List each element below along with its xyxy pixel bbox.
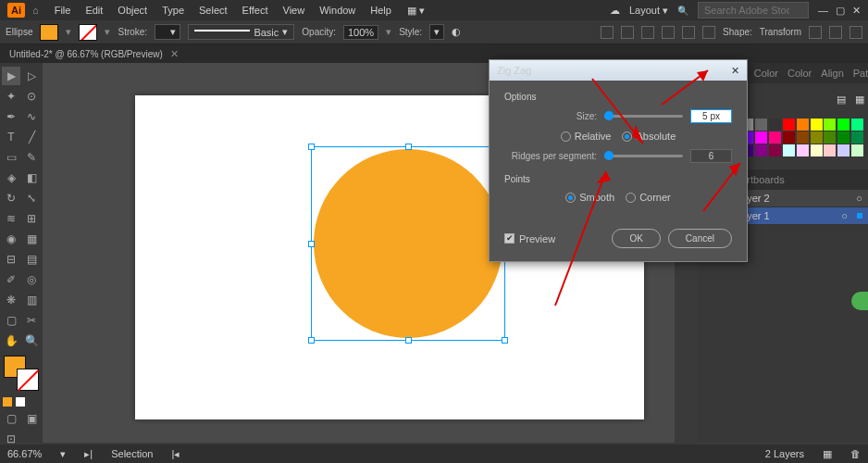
resize-handle[interactable]: [405, 144, 412, 150]
radio-absolute[interactable]: Absolute: [622, 131, 676, 142]
swatch-color[interactable]: [783, 119, 795, 131]
nav-next-icon[interactable]: |◂: [171, 448, 180, 460]
size-input[interactable]: [690, 109, 732, 123]
gradient-tool[interactable]: ▤: [22, 250, 41, 269]
direct-selection-tool[interactable]: ▷: [22, 67, 41, 85]
rectangle-tool[interactable]: ▭: [2, 148, 20, 167]
isolate-icon[interactable]: [809, 26, 822, 39]
swatch-color[interactable]: [811, 144, 823, 156]
resize-handle[interactable]: [308, 144, 315, 150]
cloud-icon[interactable]: ☁: [610, 5, 620, 17]
home-icon[interactable]: ⌂: [32, 5, 39, 16]
swatch-color[interactable]: [824, 131, 836, 144]
size-slider[interactable]: [604, 115, 683, 118]
perspective-tool[interactable]: ▦: [22, 230, 41, 248]
swatch-color[interactable]: [783, 131, 795, 144]
group-icon[interactable]: [829, 26, 842, 39]
swatch-color[interactable]: [797, 119, 809, 131]
swatch-color[interactable]: [851, 131, 863, 144]
magic-wand-tool[interactable]: ✦: [2, 87, 20, 106]
tab-align[interactable]: Align: [821, 68, 843, 79]
curvature-tool[interactable]: ∿: [22, 107, 41, 126]
resize-handle[interactable]: [502, 337, 508, 344]
menu-type[interactable]: Type: [155, 2, 191, 19]
swatch-color[interactable]: [769, 119, 781, 131]
feedback-badge-icon[interactable]: [851, 292, 868, 310]
swatch-color[interactable]: [769, 144, 781, 156]
maximize-icon[interactable]: ▢: [836, 5, 845, 17]
scale-tool[interactable]: ⤡: [22, 189, 41, 207]
layer-target-icon[interactable]: ○: [856, 193, 862, 204]
close-icon[interactable]: ✕: [852, 5, 861, 17]
menu-file[interactable]: File: [48, 2, 78, 19]
opacity-input[interactable]: 100%: [343, 25, 378, 40]
menu-object[interactable]: Object: [111, 2, 154, 19]
panel-view-list-icon[interactable]: ▤: [837, 94, 846, 106]
line-tool[interactable]: ╱: [22, 128, 41, 146]
eraser-tool[interactable]: ◧: [22, 169, 41, 187]
type-tool[interactable]: T: [2, 128, 20, 146]
swatch-color[interactable]: [797, 144, 809, 156]
workspace-switcher-icon[interactable]: ▦ ▾: [407, 5, 425, 17]
hand-tool[interactable]: ✋: [2, 332, 20, 350]
minimize-icon[interactable]: —: [818, 5, 828, 17]
fill-stroke-indicator[interactable]: [4, 356, 39, 391]
swatch-color[interactable]: [769, 131, 781, 144]
recolor-icon[interactable]: ◐: [452, 26, 461, 38]
brush-dropdown[interactable]: Basic ▾: [188, 24, 294, 40]
status-icon[interactable]: ▦: [823, 448, 832, 460]
swatch-color[interactable]: [851, 119, 863, 131]
align-center-icon[interactable]: [682, 26, 695, 39]
menu-help[interactable]: Help: [364, 2, 398, 19]
nav-prev-icon[interactable]: ▸|: [84, 448, 93, 460]
swatch-color[interactable]: [837, 119, 849, 131]
ok-button[interactable]: OK: [612, 229, 660, 248]
align-bottom-icon[interactable]: [641, 26, 654, 39]
mini-swatch-fill[interactable]: [3, 397, 12, 407]
swatch-color[interactable]: [851, 144, 863, 156]
document-tab-close-icon[interactable]: ✕: [170, 48, 179, 60]
status-icon[interactable]: 🗑: [850, 448, 861, 459]
swatch-color[interactable]: [783, 144, 795, 156]
ridges-input[interactable]: [690, 149, 732, 163]
style-dropdown[interactable]: ▾: [429, 24, 444, 40]
stroke-swatch[interactable]: [79, 24, 97, 41]
pen-tool[interactable]: ✒: [2, 107, 20, 126]
align-top-icon[interactable]: [601, 26, 614, 39]
brush-tool[interactable]: ✎: [22, 148, 41, 167]
mini-swatch-stroke[interactable]: [16, 397, 25, 407]
swatch-color[interactable]: [811, 119, 823, 131]
stroke-weight-input[interactable]: ▾: [155, 24, 180, 40]
swatch-color[interactable]: [755, 131, 767, 144]
pref-icon[interactable]: [849, 26, 862, 39]
shape-builder-tool[interactable]: ◉: [2, 230, 20, 248]
menu-window[interactable]: Window: [313, 2, 362, 19]
radio-smooth[interactable]: Smooth: [565, 192, 614, 203]
document-tab[interactable]: Untitled-2* @ 66.67% (RGB/Preview): [9, 49, 163, 59]
symbol-sprayer-tool[interactable]: ❋: [2, 291, 20, 309]
shaper-tool[interactable]: ◈: [2, 169, 20, 187]
radio-corner[interactable]: Corner: [626, 192, 671, 203]
resize-handle[interactable]: [405, 337, 412, 344]
swatch-color[interactable]: [755, 144, 767, 156]
layout-dropdown[interactable]: Layout ▾: [629, 5, 668, 17]
zoom-level[interactable]: 66.67%: [7, 448, 42, 459]
ridges-slider[interactable]: [604, 155, 683, 157]
swatch-color[interactable]: [824, 119, 836, 131]
dialog-close-icon[interactable]: ✕: [731, 65, 739, 77]
align-middle-icon[interactable]: [621, 26, 634, 39]
align-right-icon[interactable]: [702, 26, 715, 39]
menu-select[interactable]: Select: [192, 2, 234, 19]
align-left-icon[interactable]: [662, 26, 675, 39]
free-transform-tool[interactable]: ⊞: [22, 209, 41, 228]
tab-color[interactable]: Color: [754, 68, 778, 79]
resize-handle[interactable]: [308, 337, 315, 344]
swatch-color[interactable]: [755, 119, 767, 131]
preview-checkbox[interactable]: Preview: [504, 233, 555, 244]
tab-color2[interactable]: Color: [787, 68, 812, 79]
rotate-tool[interactable]: ↻: [2, 189, 20, 207]
transform-label[interactable]: Transform: [760, 27, 801, 37]
swatch-color[interactable]: [811, 131, 823, 144]
fill-swatch[interactable]: [40, 24, 58, 41]
graph-tool[interactable]: ▥: [22, 291, 41, 309]
